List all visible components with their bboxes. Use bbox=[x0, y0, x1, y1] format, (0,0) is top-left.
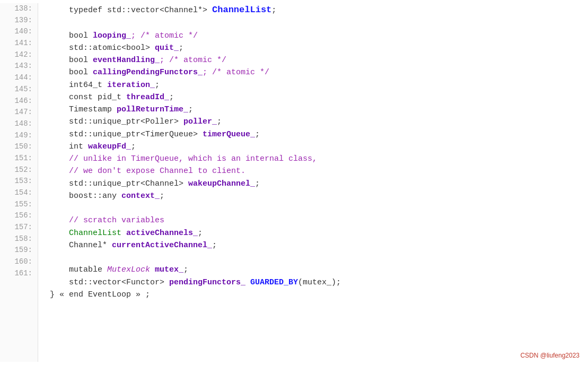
code-line: Timestamp pollReturnTime_; bbox=[50, 103, 588, 116]
token: GUARDED_BY bbox=[250, 278, 298, 287]
line-number: 146: bbox=[5, 95, 32, 107]
token: ; bbox=[169, 93, 174, 102]
token: ; bbox=[212, 241, 217, 250]
token: ; bbox=[131, 142, 136, 151]
token: threadId_ bbox=[126, 93, 169, 102]
watermark: CSDN @liufeng2023 bbox=[520, 351, 580, 361]
line-numbers-column: 138:139:140:141:142:143:144:145:146:147:… bbox=[0, 3, 38, 362]
code-line bbox=[50, 202, 588, 214]
token: MutexLock bbox=[107, 265, 150, 274]
code-line: } « end EventLoop » ; bbox=[50, 289, 588, 301]
token: ChannelList bbox=[50, 229, 126, 238]
token: (mutex_); bbox=[298, 278, 341, 287]
code-line: std::vector<Functor> pendingFunctors_ GU… bbox=[50, 276, 588, 289]
token: ChannelList bbox=[212, 5, 271, 15]
line-number: 153: bbox=[5, 176, 32, 187]
token: // we don't expose Channel to client. bbox=[50, 167, 245, 176]
token: activeChannels_ bbox=[126, 229, 198, 238]
token: ; bbox=[155, 81, 160, 90]
token: ; bbox=[255, 130, 260, 139]
token: timerQueue_ bbox=[203, 130, 255, 139]
code-line: std::unique_ptr<TimerQueue> timerQueue_; bbox=[50, 128, 588, 141]
token: context_ bbox=[121, 192, 160, 201]
token: ; bbox=[271, 6, 276, 15]
line-number: 158: bbox=[5, 233, 32, 245]
code-line: Channel* currentActiveChannel_; bbox=[50, 239, 588, 251]
token: ; bbox=[217, 117, 222, 126]
token: } « end EventLoop » ; bbox=[50, 290, 150, 299]
token bbox=[150, 265, 155, 274]
token: bool bbox=[50, 56, 93, 65]
line-number: 152: bbox=[5, 164, 32, 176]
token: bool bbox=[50, 31, 93, 40]
code-line: mutable MutexLock mutex_; bbox=[50, 264, 588, 276]
line-number: 159: bbox=[5, 245, 32, 256]
token: int64_t bbox=[50, 81, 107, 90]
code-line: std::atomic<bool> quit_; bbox=[50, 42, 588, 54]
line-number: 151: bbox=[5, 153, 32, 164]
code-editor: 138:139:140:141:142:143:144:145:146:147:… bbox=[0, 0, 588, 365]
line-number: 138: bbox=[5, 3, 32, 15]
line-number: 143: bbox=[5, 60, 32, 72]
token: ; bbox=[198, 229, 203, 238]
token: pendingFunctors_ bbox=[169, 278, 250, 287]
token: Channel* bbox=[50, 241, 112, 250]
token: ; /* atomic */ bbox=[131, 31, 198, 40]
token: std::vector<Functor> bbox=[50, 278, 169, 287]
token: wakeupChannel_ bbox=[188, 179, 255, 188]
code-line: int wakeupFd_; bbox=[50, 141, 588, 153]
code-line: boost::any context_; bbox=[50, 190, 588, 202]
line-number: 155: bbox=[5, 199, 32, 211]
code-line: bool looping_; /* atomic */ bbox=[50, 30, 588, 42]
token: ; /* atomic */ bbox=[160, 56, 226, 65]
token: ; bbox=[188, 105, 193, 114]
line-number: 149: bbox=[5, 130, 32, 142]
line-number: 139: bbox=[5, 15, 32, 27]
token: const pid_t bbox=[50, 93, 126, 102]
line-number: 141: bbox=[5, 38, 32, 49]
token: // unlike in TimerQueue, which is an int… bbox=[50, 154, 317, 163]
token: ; bbox=[183, 265, 188, 274]
token: int bbox=[50, 142, 88, 151]
token: ; bbox=[179, 44, 183, 53]
token: ; bbox=[255, 179, 260, 188]
token: looping_ bbox=[93, 31, 131, 40]
code-line bbox=[50, 17, 588, 29]
code-line: ChannelList activeChannels_; bbox=[50, 227, 588, 239]
token: quit_ bbox=[155, 44, 179, 53]
line-number: 160: bbox=[5, 256, 32, 268]
line-number: 157: bbox=[5, 222, 32, 233]
token: std::unique_ptr<Poller> bbox=[50, 117, 183, 126]
token: std::atomic<bool> bbox=[50, 44, 155, 53]
token: typedef std::vector<Channel*> bbox=[50, 6, 212, 15]
code-line: int64_t iteration_; bbox=[50, 79, 588, 91]
token: ; /* atomic */ bbox=[203, 68, 269, 77]
token: wakeupFd_ bbox=[88, 142, 131, 151]
code-line: const pid_t threadId_; bbox=[50, 91, 588, 103]
line-number: 154: bbox=[5, 187, 32, 199]
token: eventHandling_ bbox=[93, 56, 160, 65]
code-line: typedef std::vector<Channel*> ChannelLis… bbox=[50, 3, 588, 17]
line-number: 147: bbox=[5, 107, 32, 118]
line-number: 140: bbox=[5, 26, 32, 38]
token: ; bbox=[160, 192, 164, 201]
code-line: // unlike in TimerQueue, which is an int… bbox=[50, 153, 588, 165]
line-number: 145: bbox=[5, 84, 32, 95]
token: currentActiveChannel_ bbox=[112, 241, 212, 250]
token: std::unique_ptr<TimerQueue> bbox=[50, 130, 203, 139]
line-number: 161: bbox=[5, 268, 32, 280]
token: // scratch variables bbox=[50, 216, 164, 225]
token: iteration_ bbox=[107, 81, 155, 90]
line-number: 144: bbox=[5, 72, 32, 84]
token: mutex_ bbox=[155, 265, 183, 274]
line-number: 142: bbox=[5, 49, 32, 61]
code-line: std::unique_ptr<Channel> wakeupChannel_; bbox=[50, 178, 588, 190]
token: callingPendingFunctors_ bbox=[93, 68, 203, 77]
token: pollReturnTime_ bbox=[117, 105, 188, 114]
line-number: 150: bbox=[5, 141, 32, 153]
token: mutable bbox=[50, 265, 107, 274]
code-line: bool callingPendingFunctors_; /* atomic … bbox=[50, 66, 588, 79]
code-line bbox=[50, 251, 588, 264]
token: boost::any bbox=[50, 192, 121, 201]
token: Timestamp bbox=[50, 105, 117, 114]
